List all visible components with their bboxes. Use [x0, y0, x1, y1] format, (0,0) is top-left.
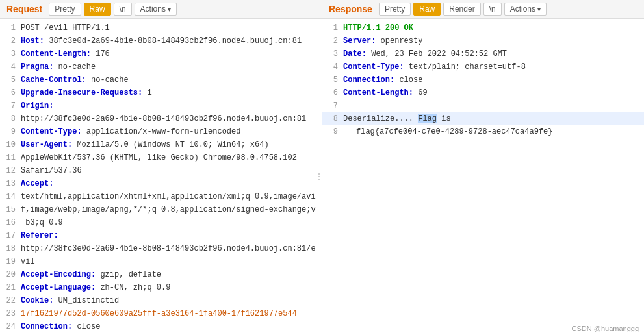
line: 18 http://38fc3e0d-2a69-4b1e-8b08-148493…: [0, 242, 322, 255]
request-actions-button[interactable]: Actions ▾: [135, 3, 177, 16]
line: 16 =b3;q=0.9: [0, 216, 322, 229]
request-content: 1 POST /evil HTTP/1.1 2 Host: 38fc3e0d-2…: [0, 19, 322, 335]
request-panel-header: Request Pretty Raw \n Actions ▾: [0, 0, 322, 19]
line: 3 Date: Wed, 23 Feb 2022 04:52:52 GMT: [322, 47, 644, 60]
request-tab-raw[interactable]: Raw: [84, 3, 111, 16]
request-tab-pretty[interactable]: Pretty: [49, 3, 81, 16]
line: 1 POST /evil HTTP/1.1: [0, 21, 322, 34]
request-panel: Request Pretty Raw \n Actions ▾ 1 POST /…: [0, 0, 322, 335]
line: 10 User-Agent: Mozilla/5.0 (Windows NT 1…: [0, 138, 322, 151]
line: 17 Referer:: [0, 229, 322, 242]
line: 22 Cookie: UM_distinctid=: [0, 294, 322, 307]
line: 2 Host: 38fc3e0d-2a69-4b1e-8b08-148493cb…: [0, 34, 322, 47]
line: 20 Accept-Encoding: gzip, deflate: [0, 268, 322, 281]
request-actions-label: Actions: [140, 5, 166, 14]
response-actions-button[interactable]: Actions ▾: [504, 3, 547, 16]
line: 15 f,image/webp,image/apng,*/*;q=0.8,app…: [0, 203, 322, 216]
request-tab-newline[interactable]: \n: [114, 3, 132, 16]
request-title: Request: [5, 3, 46, 16]
panel-divider: ⋮: [316, 19, 322, 335]
line: 7: [322, 99, 644, 112]
line: 11 AppleWebKit/537.36 (KHTML, like Gecko…: [0, 151, 322, 164]
line: 6 Content-Length: 69: [322, 86, 644, 99]
line: 24 Connection: close: [0, 320, 322, 333]
line: 23 17f1621977d52d-0560e609a25fff-a3e3164…: [0, 307, 322, 320]
watermark: CSDN @huamanggg: [572, 325, 639, 332]
line: 8 http://38fc3e0d-2a69-4b1e-8b08-148493c…: [0, 112, 322, 125]
line: 4 Pragma: no-cache: [0, 60, 322, 73]
response-actions-chevron-icon: ▾: [537, 6, 541, 13]
line: 3 Content-Length: 176: [0, 47, 322, 60]
response-panel-header: Response Pretty Raw Render \n Actions ▾: [322, 0, 644, 19]
line: 5 Cache-Control: no-cache: [0, 73, 322, 86]
response-tab-newline[interactable]: \n: [483, 3, 502, 16]
request-actions-chevron-icon: ▾: [168, 6, 171, 13]
line: 2 Server: openresty: [322, 34, 644, 47]
response-content: 1 HTTP/1.1 200 OK 2 Server: openresty 3 …: [322, 19, 644, 335]
line: 5 Connection: close: [322, 73, 644, 86]
line: 14 text/html,application/xhtml+xml,appli…: [0, 190, 322, 203]
line: 7 Origin:: [0, 99, 322, 112]
line: 13 Accept:: [0, 177, 322, 190]
line: 6 Upgrade-Insecure-Requests: 1: [0, 86, 322, 99]
line: 12 Safari/537.36: [0, 164, 322, 177]
response-tab-render[interactable]: Render: [443, 3, 480, 16]
line: 19 vil: [0, 255, 322, 268]
response-actions-label: Actions: [510, 5, 535, 14]
response-tab-pretty[interactable]: Pretty: [379, 3, 411, 16]
line: 4 Content-Type: text/plain; charset=utf-…: [322, 60, 644, 73]
line: 21 Accept-Language: zh-CN, zh;q=0.9: [0, 281, 322, 294]
response-title: Response: [328, 3, 376, 16]
response-panel: Response Pretty Raw Render \n Actions ▾ …: [322, 0, 644, 335]
line: 9 Content-Type: application/x-www-form-u…: [0, 125, 322, 138]
response-tab-raw[interactable]: Raw: [413, 3, 441, 16]
response-flag-line: 8 Deserialize.... Flag is: [322, 112, 644, 125]
line: 9 flag{a7cfe004-c7e0-4289-9728-aec47ca4a…: [322, 125, 644, 138]
line: 1 HTTP/1.1 200 OK: [322, 21, 644, 34]
divider-dots-icon: ⋮: [315, 171, 322, 182]
